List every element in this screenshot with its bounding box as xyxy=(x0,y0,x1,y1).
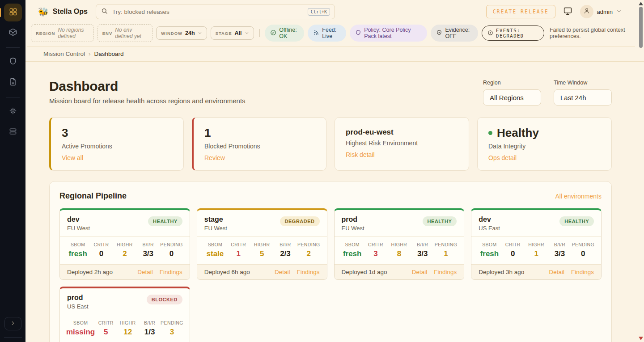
search-box[interactable]: Ctrl+K xyxy=(96,4,335,19)
window-filter-pill[interactable]: WINDOW 24h xyxy=(156,26,207,40)
pipeline-card: prod US East BLOCKED SBOMmissingCRITR5HI… xyxy=(59,287,190,342)
all-environments-link[interactable]: All environments xyxy=(555,193,602,200)
stat-card-link[interactable]: Risk detail xyxy=(346,151,375,158)
sidebar-item-dashboard[interactable] xyxy=(4,4,22,21)
env-filter-value: No env defined yet xyxy=(115,27,148,39)
metric-value: 0 xyxy=(89,249,113,258)
metric-value: 3/3 xyxy=(548,249,571,258)
sidebar-item-releases[interactable] xyxy=(4,24,22,42)
metric-label: SBOM xyxy=(66,320,95,325)
page-title: Dashboard xyxy=(49,79,246,94)
user-menu[interactable]: admin xyxy=(580,5,622,18)
scroll-down-arrow[interactable] xyxy=(639,337,643,340)
breadcrumb-current: Dashboard xyxy=(94,51,124,57)
scrollbar-thumb[interactable] xyxy=(639,7,643,48)
time-window-select[interactable]: Last 24h xyxy=(554,89,612,106)
region-filter-pill[interactable]: REGION No regions defined xyxy=(31,24,94,42)
stat-card: prod-eu-west Highest Risk Environment Ri… xyxy=(335,117,469,171)
metric-label: B/I/R xyxy=(274,242,297,247)
time-window-select-group: Time Window Last 24h xyxy=(554,80,612,106)
stage-filter-label: STAGE xyxy=(216,31,232,36)
metric-value: 12 xyxy=(117,328,139,337)
region-filter-label: REGION xyxy=(36,31,55,36)
stat-card-link[interactable]: Ops detail xyxy=(488,154,517,161)
metric: HIGHR8 xyxy=(387,242,411,258)
env-filter-pill[interactable]: ENV No env defined yet xyxy=(97,24,153,42)
policy-status-badge: Policy: Core Policy Pack latest xyxy=(350,25,427,42)
app-window: 🐝 Stella Ops Ctrl+K CREATE RELEASE xyxy=(0,0,644,342)
status-badge: BLOCKED xyxy=(147,295,182,304)
metric: PENDING3 xyxy=(161,320,183,337)
metric-label: B/I/R xyxy=(411,242,434,247)
page-filters: Region All Regions Time Window Last 24h xyxy=(483,79,612,106)
metric-label: PENDING xyxy=(297,242,320,247)
stage-filter-pill[interactable]: STAGE All xyxy=(211,26,254,40)
sidebar-item-documents[interactable] xyxy=(4,74,22,92)
detail-link[interactable]: Detail xyxy=(549,269,564,275)
deployed-text: Deployed 3h ago xyxy=(479,269,524,275)
shield-x-icon xyxy=(436,30,442,37)
shield-icon xyxy=(8,57,17,68)
metric-value: 1/3 xyxy=(139,328,161,337)
env-filter-label: ENV xyxy=(102,31,113,36)
metric: PENDING0 xyxy=(160,242,183,258)
pipeline-card-footer: Deployed 2h ago Detail Findings xyxy=(60,264,190,279)
search-input[interactable] xyxy=(112,8,304,15)
top-right-actions: CREATE RELEASE admin xyxy=(486,5,622,18)
environment-region: EU West xyxy=(204,225,227,232)
detail-link[interactable]: Detail xyxy=(275,269,290,275)
metric: HIGHR1 xyxy=(525,242,548,258)
findings-link[interactable]: Findings xyxy=(571,269,594,275)
metric: HIGHR12 xyxy=(117,320,139,337)
stat-value: Healthy xyxy=(488,126,601,140)
metric-value: fresh xyxy=(341,249,364,258)
sidebar-item-security[interactable] xyxy=(4,53,22,71)
detail-link[interactable]: Detail xyxy=(412,269,428,275)
context-bar: REGION No regions defined ENV No env def… xyxy=(27,23,635,46)
deployed-text: Deployed 2h ago xyxy=(67,269,113,275)
breadcrumb-mission-control[interactable]: Mission Control xyxy=(43,51,85,57)
environment-name: dev xyxy=(479,215,500,224)
sidebar xyxy=(0,0,25,342)
sidebar-expand-button[interactable] xyxy=(4,317,21,330)
detail-link[interactable]: Detail xyxy=(137,269,153,275)
findings-link[interactable]: Findings xyxy=(297,269,319,275)
metric: B/I/R3/3 xyxy=(411,242,434,258)
theme-toggle-button[interactable] xyxy=(563,6,572,17)
sidebar-item-settings[interactable] xyxy=(4,103,22,121)
region-select[interactable]: All Regions xyxy=(483,89,541,106)
pipeline-card-header: dev US East HEALTHY xyxy=(471,210,601,236)
status-badge: HEALTHY xyxy=(559,216,594,226)
metric: CRITR3 xyxy=(364,242,387,258)
avatar xyxy=(580,5,593,18)
metric-label: CRITR xyxy=(364,242,387,247)
vertical-scrollbar[interactable] xyxy=(638,0,644,342)
events-status-badge[interactable]: EVENTS: DEGRADED xyxy=(482,25,544,41)
environment-region: US East xyxy=(479,225,500,232)
metric-label: HIGHR xyxy=(117,320,139,325)
metric: B/I/R3/3 xyxy=(136,242,160,258)
stat-card-link[interactable]: View all xyxy=(62,154,83,161)
findings-link[interactable]: Findings xyxy=(160,269,182,275)
pipeline-card: dev US East HEALTHY SBOMfreshCRITR0HIGHR… xyxy=(471,208,602,280)
monitor-icon xyxy=(563,6,572,17)
sidebar-divider xyxy=(4,337,22,338)
findings-link[interactable]: Findings xyxy=(434,269,457,275)
pipeline-card: dev EU West HEALTHY SBOMfreshCRITR0HIGHR… xyxy=(59,208,190,280)
stat-value: 3 xyxy=(62,126,173,140)
sidebar-item-infrastructure[interactable] xyxy=(4,123,22,141)
deployed-text: Deployed 1d ago xyxy=(342,269,387,275)
scroll-up-arrow[interactable] xyxy=(639,2,643,5)
stat-value: prod-eu-west xyxy=(346,128,458,137)
stat-card-link[interactable]: Review xyxy=(204,154,225,161)
metric-label: HIGHR xyxy=(113,242,136,247)
offline-status-text: Offline: OK xyxy=(279,27,299,39)
metric-value: fresh xyxy=(478,249,501,258)
environment-name: prod xyxy=(67,294,89,302)
top-bar: 🐝 Stella Ops Ctrl+K CREATE RELEASE xyxy=(25,0,644,23)
metric-value: 0 xyxy=(160,249,183,258)
create-release-button[interactable]: CREATE RELEASE xyxy=(486,5,555,18)
metric: PENDING0 xyxy=(572,242,595,258)
rss-icon xyxy=(313,30,319,37)
metric-value: 2/3 xyxy=(274,249,297,258)
